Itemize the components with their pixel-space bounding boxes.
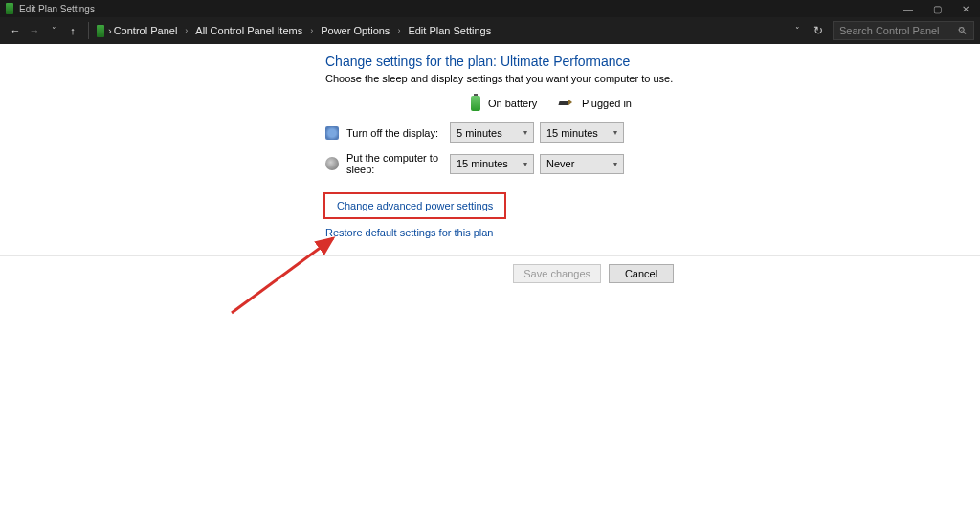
explorer-toolbar: ← → ˅ ↑ › Control Panel › All Control Pa… bbox=[0, 17, 980, 44]
dropdown-value: 15 minutes bbox=[546, 127, 598, 139]
on-battery-label: On battery bbox=[488, 98, 537, 109]
breadcrumb-item[interactable]: Control Panel bbox=[112, 23, 180, 38]
sleep-icon bbox=[325, 157, 339, 170]
display-timeout-row: Turn off the display: 5 minutes ▾ 15 min… bbox=[325, 122, 900, 143]
chevron-down-icon: ▾ bbox=[613, 160, 617, 168]
chevron-right-icon: › bbox=[304, 26, 319, 35]
restore-defaults-link[interactable]: Restore default settings for this plan bbox=[325, 227, 493, 238]
address-dropdown[interactable]: ˅ bbox=[791, 26, 804, 35]
links-section: Change advanced power settings Restore d… bbox=[325, 192, 900, 244]
battery-icon bbox=[471, 96, 480, 111]
dropdown-value: Never bbox=[546, 158, 574, 169]
breadcrumb-item[interactable]: Edit Plan Settings bbox=[406, 23, 493, 38]
dropdown-value: 5 minutes bbox=[457, 127, 502, 139]
close-button[interactable]: ✕ bbox=[951, 0, 980, 17]
cancel-button[interactable]: Cancel bbox=[609, 264, 674, 283]
plug-icon bbox=[559, 98, 574, 109]
search-placeholder: Search Control Panel bbox=[839, 25, 940, 36]
window-title: Edit Plan Settings bbox=[19, 4, 95, 14]
on-battery-header: On battery bbox=[471, 96, 557, 111]
history-dropdown[interactable]: ˅ bbox=[44, 26, 63, 35]
minimize-button[interactable]: — bbox=[894, 0, 923, 17]
display-plugged-dropdown[interactable]: 15 minutes ▾ bbox=[540, 122, 624, 143]
chevron-down-icon: ▾ bbox=[523, 160, 527, 168]
forward-button[interactable]: → bbox=[25, 25, 44, 36]
chevron-down-icon: ▾ bbox=[613, 128, 617, 137]
settings-panel: Change settings for the plan: Ultimate P… bbox=[325, 54, 900, 244]
display-timeout-label: Turn off the display: bbox=[346, 127, 450, 139]
breadcrumb-item[interactable]: Power Options bbox=[319, 23, 391, 38]
window-titlebar: Edit Plan Settings — ▢ ✕ bbox=[0, 0, 980, 17]
chevron-down-icon: ▾ bbox=[523, 128, 527, 137]
advanced-settings-link[interactable]: Change advanced power settings bbox=[323, 192, 506, 219]
back-button[interactable]: ← bbox=[6, 25, 25, 36]
dropdown-value: 15 minutes bbox=[457, 158, 508, 169]
page-title: Change settings for the plan: Ultimate P… bbox=[325, 54, 900, 69]
plugged-in-label: Plugged in bbox=[582, 98, 632, 109]
display-battery-dropdown[interactable]: 5 minutes ▾ bbox=[450, 122, 534, 143]
breadcrumb: Control Panel › All Control Panel Items … bbox=[112, 23, 791, 38]
sleep-timeout-label: Put the computer to sleep: bbox=[346, 152, 450, 175]
display-icon bbox=[325, 126, 339, 140]
plugged-in-header: Plugged in bbox=[559, 98, 645, 109]
battery-icon bbox=[97, 25, 104, 37]
search-icon: 🔍︎ bbox=[957, 25, 968, 36]
page-subtitle: Choose the sleep and display settings th… bbox=[325, 73, 900, 84]
search-input[interactable]: Search Control Panel 🔍︎ bbox=[833, 21, 974, 40]
sleep-timeout-row: Put the computer to sleep: 15 minutes ▾ … bbox=[325, 152, 900, 175]
window-controls: — ▢ ✕ bbox=[894, 0, 980, 17]
up-button[interactable]: ↑ bbox=[63, 25, 82, 36]
battery-app-icon bbox=[6, 3, 13, 14]
chevron-right-icon: › bbox=[391, 26, 406, 35]
sleep-plugged-dropdown[interactable]: Never ▾ bbox=[540, 154, 624, 174]
sleep-battery-dropdown[interactable]: 15 minutes ▾ bbox=[450, 154, 534, 174]
toolbar-right: ˅ ↻ Search Control Panel 🔍︎ bbox=[791, 21, 974, 40]
content-area: Change settings for the plan: Ultimate P… bbox=[0, 44, 980, 283]
breadcrumb-item[interactable]: All Control Panel Items bbox=[193, 23, 304, 38]
toolbar-separator bbox=[88, 22, 89, 39]
column-headers: On battery Plugged in bbox=[325, 96, 900, 111]
maximize-button[interactable]: ▢ bbox=[923, 0, 951, 17]
save-changes-button: Save changes bbox=[513, 264, 601, 283]
refresh-button[interactable]: ↻ bbox=[813, 24, 823, 37]
footer-buttons: Save changes Cancel bbox=[0, 256, 980, 283]
chevron-right-icon: › bbox=[179, 26, 193, 35]
